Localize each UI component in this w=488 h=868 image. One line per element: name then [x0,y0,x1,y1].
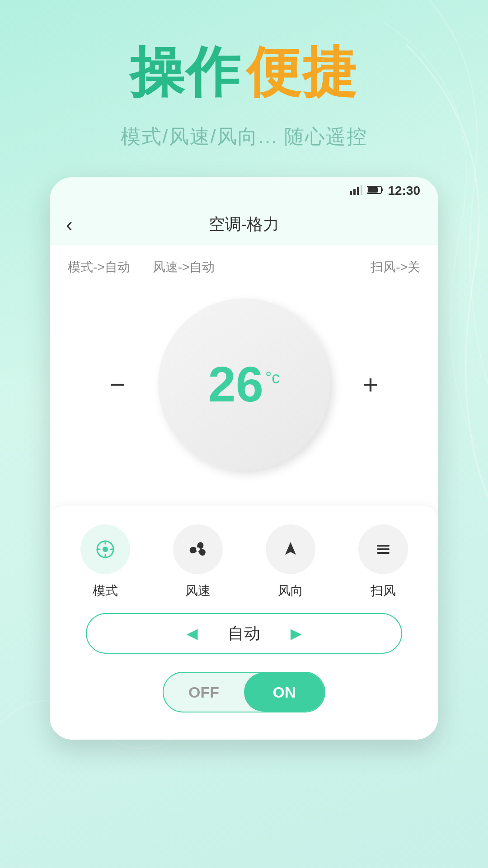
power-off-label: OFF [164,673,244,712]
hero-title-green: 操作 [130,36,242,110]
svg-point-8 [103,547,108,552]
control-item-mode[interactable]: 模式 [80,524,130,599]
svg-rect-11 [377,545,389,547]
status-bar: 12:30 [50,177,438,204]
mode-prev-button[interactable]: ◀ [181,622,203,645]
svg-rect-2 [357,187,359,195]
status-time: 12:30 [388,184,420,198]
mode-info-sweep: 扫风->关 [371,260,420,274]
temperature-control: − 26 °c + [68,289,420,488]
svg-point-9 [196,547,200,551]
mode-info-bar: 模式->自动 风速->自动 扫风->关 [68,259,420,276]
back-button[interactable]: ‹ [66,213,73,236]
mode-info-right: 扫风->关 [371,259,420,276]
mode-icon-circle [80,524,130,574]
mode-icon [94,538,117,561]
sweep-icon [371,538,395,561]
app-header: ‹ 空调-格力 [50,204,438,245]
wind-speed-label: 风速 [185,582,211,599]
mode-info-wind-speed: 风速->自动 [153,259,215,276]
control-item-wind-dir[interactable]: 风向 [266,524,315,599]
hero-subtitle: 模式/风速/风向... 随心遥控 [121,123,367,150]
temperature-circle: 26 °c [158,298,330,470]
svg-rect-5 [381,189,383,191]
app-title: 空调-格力 [209,213,279,236]
sweep-label: 扫风 [371,582,396,599]
signal-icon [350,185,362,197]
mode-next-button[interactable]: ▶ [285,622,307,645]
mode-info-mode: 模式->自动 [68,259,130,276]
mode-info-left: 模式->自动 风速->自动 [68,259,215,276]
mode-label: 模式 [93,582,118,599]
svg-rect-6 [368,187,378,193]
control-area: 模式->自动 风速->自动 扫风->关 − 26 °c + [50,245,438,506]
sweep-icon-circle [358,524,408,574]
controls-panel: 模式 风速 [50,506,438,740]
mode-selector-value: 自动 [217,623,271,645]
temperature-display: 26 °c [208,359,280,409]
temperature-value: 26 [208,359,263,409]
svg-rect-1 [353,189,356,195]
svg-rect-0 [350,191,352,195]
svg-rect-3 [361,185,362,195]
power-on-label: ON [244,673,324,712]
power-toggle-container: OFF ON [86,672,402,712]
wind-speed-icon-circle [173,524,223,574]
direction-icon [279,538,302,561]
hero-title: 操作 便捷 [130,36,358,110]
controls-grid: 模式 风速 [59,524,429,599]
fan-icon [186,538,210,561]
temp-decrease-button[interactable]: − [99,366,136,402]
phone-mockup: 12:30 ‹ 空调-格力 模式->自动 风速->自动 扫风->关 − [50,177,438,740]
content-wrapper: 操作 便捷 模式/风速/风向... 随心遥控 [0,0,488,740]
power-toggle[interactable]: OFF ON [163,672,325,712]
control-item-sweep[interactable]: 扫风 [358,524,408,599]
status-icons: 12:30 [350,184,420,198]
temp-increase-button[interactable]: + [352,366,389,402]
svg-rect-12 [377,548,389,550]
battery-icon [367,185,383,196]
wind-dir-icon-circle [266,524,315,574]
temperature-unit: °c [265,368,280,387]
svg-rect-13 [377,552,389,554]
wind-dir-label: 风向 [278,582,303,599]
control-item-wind-speed[interactable]: 风速 [173,524,223,599]
svg-marker-10 [285,542,296,555]
mode-selector: ◀ 自动 ▶ [86,613,402,654]
hero-title-orange: 便捷 [246,36,358,110]
